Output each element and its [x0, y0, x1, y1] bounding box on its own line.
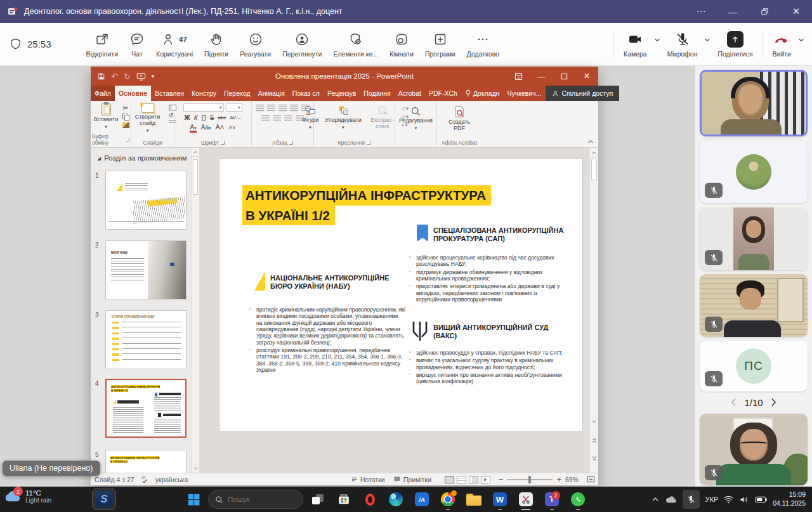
- italic-button[interactable]: К: [194, 114, 198, 121]
- ribbon-display-options-button[interactable]: [507, 67, 530, 86]
- leave-button[interactable]: Вийти: [767, 26, 797, 63]
- indent-decrease-button[interactable]: [278, 105, 287, 111]
- char-spacing-button[interactable]: AV↔: [230, 115, 241, 121]
- share-button[interactable]: Поділитися: [712, 26, 758, 63]
- dialog-launcher[interactable]: [289, 141, 293, 145]
- participant-tile-5[interactable]: ПС: [700, 341, 808, 391]
- align-center-button[interactable]: [273, 115, 281, 121]
- thumbnail-scrollbar[interactable]: [191, 148, 199, 473]
- participant-tile-speaker[interactable]: [700, 70, 808, 136]
- participant-tile-6[interactable]: [700, 414, 808, 485]
- spellcheck-icon[interactable]: [141, 475, 149, 483]
- start-slideshow-icon[interactable]: [136, 72, 146, 81]
- collaborator-presence[interactable]: Чучкевич...: [504, 86, 546, 101]
- task-view-button[interactable]: [306, 488, 329, 511]
- participant-tile-2[interactable]: [700, 141, 808, 203]
- chrome-app[interactable]: [436, 488, 459, 511]
- slide-sorter-view-button[interactable]: [457, 476, 466, 483]
- quick-styles-button[interactable]: Експрес- стилі: [366, 104, 399, 131]
- notes-button[interactable]: Нотатки: [351, 476, 385, 483]
- scroll-thumb[interactable]: [193, 159, 198, 195]
- camera-button[interactable]: Камера: [618, 26, 653, 63]
- edge-app[interactable]: [384, 488, 407, 511]
- more-button[interactable]: Додатково: [461, 26, 505, 63]
- camera-chevron[interactable]: [653, 36, 662, 44]
- whatsapp-app[interactable]: [566, 488, 589, 511]
- tab-acrobat[interactable]: Acrobat: [395, 86, 425, 101]
- weather-widget[interactable]: 2 11°C Light rain: [4, 489, 51, 504]
- zoom-slider[interactable]: [507, 479, 553, 480]
- next-slide-button[interactable]: [590, 454, 598, 463]
- mic-chevron[interactable]: [703, 36, 712, 44]
- font-name-box[interactable]: ▾: [183, 103, 224, 112]
- slide-thumbnail-4-selected[interactable]: 4 АНТИКОРУПЦІЙНА ІНФРАСТРУКТУРАВ УКРАЇНІ…: [95, 379, 187, 438]
- collapse-ribbon-button[interactable]: [587, 139, 594, 144]
- taskbar-clock[interactable]: 15:09 04.11.2025: [773, 490, 806, 508]
- close-button[interactable]: ✕: [780, 0, 812, 23]
- breakout-rooms-button[interactable]: Кімнати: [384, 26, 419, 63]
- word-app[interactable]: W: [488, 488, 511, 511]
- snipping-tool-app[interactable]: [514, 488, 537, 511]
- tab-view[interactable]: Подання: [360, 86, 394, 101]
- qat-customize-chevron[interactable]: ▾: [152, 73, 155, 79]
- restore-button[interactable]: [749, 0, 780, 23]
- clear-formatting-button[interactable]: abc: [218, 115, 226, 121]
- scroll-thumb[interactable]: [591, 159, 597, 180]
- slide-thumbnail-1[interactable]: 1: [95, 171, 187, 230]
- next-page-button[interactable]: [771, 398, 776, 407]
- apps-button[interactable]: Програми: [419, 26, 461, 63]
- section-header[interactable]: ◢ Розділ за промовчанням: [91, 148, 191, 164]
- ppt-share-button[interactable]: Спільний доступ: [546, 86, 620, 101]
- redo-icon[interactable]: ↻: [124, 72, 131, 81]
- tab-animations[interactable]: Анімація: [254, 86, 289, 101]
- participant-tile-3[interactable]: [700, 207, 808, 270]
- create-pdf-button[interactable]: Создать PDF: [442, 105, 477, 133]
- ppt-maximize-button[interactable]: [553, 67, 575, 86]
- grow-font-button[interactable]: А˄: [216, 123, 225, 131]
- zoom-out-button[interactable]: −: [499, 475, 504, 484]
- react-button[interactable]: Реагувати: [234, 26, 277, 63]
- line-spacing-button[interactable]: [290, 105, 298, 111]
- new-slide-button[interactable]: Створити слайд▾: [129, 103, 166, 133]
- chat-button[interactable]: Чат: [124, 26, 150, 63]
- tab-insert[interactable]: Вставлен: [151, 86, 188, 101]
- align-left-button[interactable]: [261, 115, 270, 121]
- change-case-button[interactable]: Аа▾: [201, 124, 211, 131]
- font-size-box[interactable]: ▾: [226, 103, 242, 112]
- onedrive-icon[interactable]: [665, 495, 678, 504]
- current-slide[interactable]: АНТИКОРУПЦІЙНА ІНФРАСТРУКТУРА В УКРАЇНІ …: [219, 159, 582, 431]
- arrange-button[interactable]: Упорядкувати▾: [323, 104, 363, 131]
- numbering-button[interactable]: [267, 105, 275, 111]
- search-input[interactable]: [228, 496, 291, 503]
- shrink-font-button[interactable]: А˅: [228, 124, 235, 131]
- bullets-button[interactable]: [256, 105, 264, 111]
- volume-icon[interactable]: [739, 495, 750, 504]
- shapes-button[interactable]: Фігури▾: [300, 104, 321, 131]
- save-icon[interactable]: [97, 72, 105, 81]
- wifi-icon[interactable]: [723, 495, 734, 504]
- teams-app[interactable]: T2: [540, 488, 563, 511]
- strikethrough-button[interactable]: S: [210, 114, 214, 121]
- minimize-button[interactable]: —: [717, 0, 749, 23]
- font-color-button[interactable]: А▾: [190, 124, 196, 133]
- previous-slide-button[interactable]: [590, 436, 598, 445]
- reading-view-button[interactable]: [469, 476, 478, 483]
- previous-page-button[interactable]: [731, 398, 737, 407]
- opera-app[interactable]: [358, 488, 381, 511]
- file-explorer-app[interactable]: [462, 488, 485, 511]
- view-button[interactable]: Переглянути: [277, 26, 327, 63]
- slide-thumbnail-2[interactable]: 2 МІСІЯ НАБУ: [95, 240, 187, 299]
- tray-expand-chevron[interactable]: [651, 495, 660, 504]
- dialog-launcher[interactable]: [367, 141, 370, 145]
- align-right-button[interactable]: [284, 115, 292, 121]
- slideshow-view-button[interactable]: [481, 476, 490, 483]
- tab-tellme[interactable]: Докладн: [461, 86, 504, 101]
- unpin-button[interactable]: Відкріпити: [81, 26, 124, 63]
- paste-button[interactable]: Вставити▾: [92, 103, 121, 130]
- taskbar-search[interactable]: [208, 490, 303, 509]
- microphone-button[interactable]: Мікрофон: [662, 26, 704, 63]
- tab-review[interactable]: Рецензув: [324, 86, 360, 101]
- ppt-minimize-button[interactable]: —: [530, 67, 553, 86]
- tab-slideshow[interactable]: Показ сл: [289, 86, 324, 101]
- meeting-controls-button[interactable]: Елементи ке...: [327, 26, 384, 63]
